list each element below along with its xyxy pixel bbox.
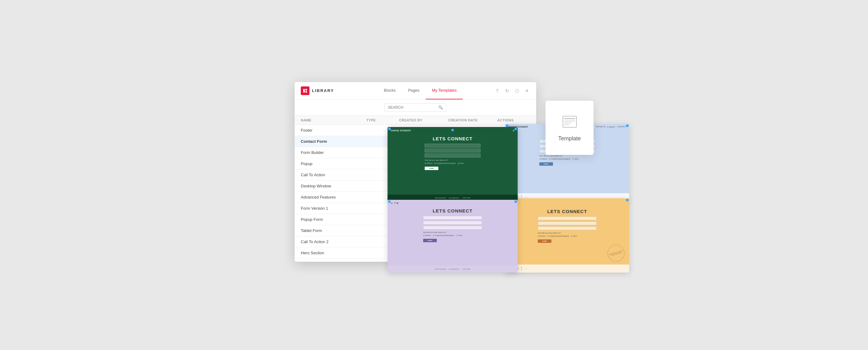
svg-rect-4 <box>564 118 575 119</box>
elementor-logo-icon <box>301 87 309 95</box>
cell-name: Advanced Features <box>301 195 366 199</box>
orange-card-more-btn[interactable]: ··· <box>525 267 527 271</box>
cell-name: Tablet Form <box>301 228 366 233</box>
search-bar-row: 🔍 <box>294 99 536 116</box>
svg-rect-2 <box>305 91 307 93</box>
nav-tabs: Blocks Pages My Templates <box>346 82 494 99</box>
refresh-icon[interactable]: ↻ <box>504 88 510 94</box>
cell-name: Footer <box>301 128 366 133</box>
col-actions: ACTIONS <box>497 118 530 122</box>
tab-my-templates[interactable]: My Templates <box>426 82 463 99</box>
search-icon: 🔍 <box>438 105 443 109</box>
template-card-orange[interactable]: HOME SERVICES WORKS ● LETS CONNECT How d… <box>505 198 629 273</box>
cell-name: Call To Action <box>301 172 366 177</box>
col-created-by: CREATED BY <box>399 118 448 122</box>
search-input-wrap: 🔍 <box>384 103 446 112</box>
purple-card-social: ▲ ▼ ▶ <box>391 202 399 204</box>
green-card-title: LETS CONNECT <box>403 136 502 141</box>
template-placeholder-card: Template <box>546 101 593 155</box>
purple-card-title: LETS CONNECT <box>403 208 502 214</box>
svg-rect-0 <box>303 89 305 93</box>
tab-blocks[interactable]: Blocks <box>378 82 402 99</box>
logo-text: LIBRARY <box>312 88 334 93</box>
col-name: NAME <box>301 118 366 122</box>
header-actions: ? ↻ ⬡ ✕ <box>494 88 530 94</box>
svg-rect-6 <box>564 122 571 123</box>
search-input[interactable] <box>388 105 436 109</box>
col-creation-date: CREATION DATE <box>448 118 497 122</box>
dialog-header: LIBRARY Blocks Pages My Templates ? ↻ <box>294 82 536 99</box>
cell-name: Call To Action 2 <box>301 240 366 244</box>
help-icon[interactable]: ? <box>494 88 500 94</box>
tab-pages[interactable]: Pages <box>402 82 426 99</box>
save-icon[interactable]: ⬡ <box>514 88 520 94</box>
svg-rect-5 <box>564 121 575 121</box>
template-icon <box>562 114 578 131</box>
cell-name: Contact Form <box>301 139 366 144</box>
template-card-purple[interactable]: ▲ ▼ ▶ LETS CONNECT How did you hear abou… <box>388 200 518 273</box>
scene: LIBRARY Blocks Pages My Templates ? ↻ <box>294 82 574 268</box>
cell-name: Popup Form <box>301 217 366 222</box>
cell-name: Form Builder <box>301 150 366 155</box>
green-card-brand: CHAOS STUDIO® <box>391 129 411 132</box>
svg-rect-3 <box>563 116 577 127</box>
col-type: TYPE <box>366 118 399 122</box>
circular-text-decoration: GOOD THINGS COME TO THOSE WHO WAIT <box>606 243 626 263</box>
svg-rect-1 <box>305 89 307 90</box>
template-placeholder-label: Template <box>558 135 581 142</box>
table-header: NAME TYPE CREATED BY CREATION DATE ACTIO… <box>294 116 536 125</box>
orange-card-title: LETS CONNECT <box>521 209 614 214</box>
close-icon[interactable]: ✕ <box>524 88 530 94</box>
svg-rect-7 <box>564 124 569 125</box>
cell-name: Popup <box>301 161 366 166</box>
logo-area: LIBRARY <box>301 87 334 95</box>
cell-name: Form Version 1 <box>301 206 366 211</box>
template-card-green[interactable]: CHAOS STUDIO® ≡ LETS CONNECT How did you… <box>388 127 518 201</box>
cell-name: Hero Section <box>301 251 366 255</box>
cell-name: Desktop Window <box>301 184 366 188</box>
